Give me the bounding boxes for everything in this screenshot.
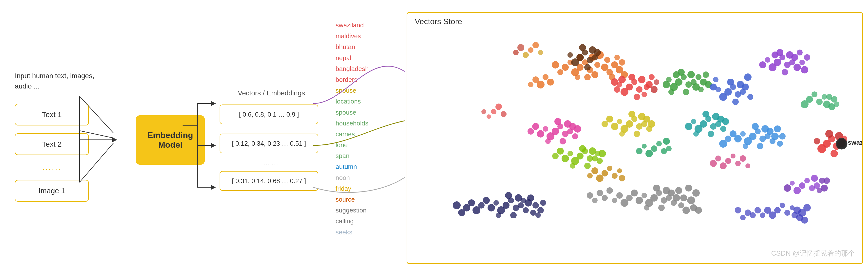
svg-point-237: [836, 138, 847, 149]
svg-point-114: [685, 123, 692, 130]
svg-point-24: [591, 71, 598, 78]
svg-point-216: [523, 52, 529, 58]
svg-point-23: [575, 74, 580, 80]
svg-point-219: [651, 145, 657, 152]
svg-point-276: [493, 200, 499, 206]
word-autumn: autumn: [336, 161, 390, 172]
svg-point-153: [616, 192, 623, 199]
svg-point-269: [570, 163, 576, 169]
svg-point-166: [695, 207, 702, 214]
svg-point-22: [584, 74, 591, 80]
svg-point-132: [648, 120, 655, 128]
svg-point-46: [633, 94, 640, 100]
input-section: Input human text, images, audio ... Text…: [15, 71, 99, 210]
svg-point-318: [816, 99, 823, 105]
svg-point-250: [824, 177, 830, 184]
svg-point-319: [822, 94, 827, 100]
vectors-store-panel: Vectors Store: [407, 12, 863, 264]
svg-point-150: [675, 187, 682, 194]
svg-point-220: [656, 141, 662, 146]
svg-point-207: [771, 133, 779, 140]
svg-point-251: [547, 79, 554, 85]
svg-point-138: [642, 193, 647, 198]
svg-point-210: [777, 141, 783, 147]
svg-point-184: [554, 118, 561, 125]
svg-point-53: [654, 79, 659, 85]
svg-point-82: [742, 83, 749, 91]
svg-point-80: [727, 79, 734, 85]
svg-point-156: [682, 207, 690, 214]
svg-point-197: [740, 131, 746, 137]
svg-point-303: [740, 155, 746, 162]
text2-box: Text 2: [15, 133, 89, 155]
vectors-label: Vectors / Embeddings: [220, 89, 323, 97]
svg-marker-9: [211, 101, 216, 106]
svg-point-234: [825, 130, 833, 138]
svg-point-225: [636, 148, 643, 154]
svg-point-84: [747, 94, 753, 100]
svg-point-317: [801, 100, 809, 108]
svg-point-226: [666, 146, 672, 151]
svg-point-231: [814, 138, 820, 144]
word-noon: noon: [336, 172, 390, 183]
svg-point-70: [703, 71, 709, 78]
word-nepal: nepal: [336, 53, 390, 63]
svg-point-260: [567, 151, 573, 156]
svg-point-116: [722, 118, 729, 125]
svg-point-160: [687, 197, 695, 204]
watermark: CSDN @记忆摇晃着的那个: [771, 249, 855, 258]
svg-point-102: [804, 54, 810, 61]
svg-point-266: [562, 155, 569, 162]
svg-point-200: [752, 123, 759, 130]
svg-point-344: [801, 217, 808, 223]
word-source: source: [336, 194, 390, 205]
svg-point-54: [611, 78, 618, 86]
svg-point-263: [579, 145, 586, 152]
word-swaziland: swaziland: [336, 20, 390, 31]
svg-point-339: [754, 207, 761, 213]
svg-point-229: [817, 144, 826, 153]
svg-point-48: [646, 81, 653, 88]
svg-point-72: [669, 89, 674, 95]
svg-point-165: [587, 192, 593, 199]
svg-point-306: [710, 160, 717, 167]
svg-point-108: [691, 119, 696, 124]
svg-point-171: [567, 52, 573, 58]
svg-point-291: [532, 202, 539, 209]
svg-point-335: [764, 207, 771, 214]
word-lone: lone: [336, 140, 390, 150]
word-suggestion: suggestion: [336, 205, 390, 216]
svg-point-331: [780, 203, 785, 208]
svg-point-247: [784, 184, 791, 192]
input-label: Input human text, images, audio ...: [15, 71, 99, 92]
svg-point-188: [572, 133, 578, 139]
svg-point-20: [594, 62, 600, 68]
word-spouse1: spouse: [336, 85, 390, 96]
svg-point-51: [614, 86, 620, 93]
svg-point-122: [617, 119, 622, 124]
svg-point-155: [612, 198, 617, 203]
svg-marker-11: [211, 143, 216, 148]
svg-point-243: [790, 181, 795, 185]
svg-point-112: [708, 131, 714, 137]
svg-point-190: [545, 139, 551, 144]
svg-point-301: [720, 163, 726, 169]
svg-point-279: [505, 192, 512, 199]
svg-point-89: [769, 63, 776, 71]
svg-point-34: [557, 69, 563, 75]
svg-point-324: [834, 102, 839, 107]
svg-point-111: [703, 111, 709, 117]
vector-box-1: [ 0.6, 0.8, 0.1 … 0.9 ]: [220, 105, 318, 124]
svg-point-26: [604, 57, 610, 63]
svg-point-244: [811, 175, 818, 182]
svg-point-305: [745, 164, 750, 168]
svg-point-161: [597, 190, 603, 196]
svg-point-271: [552, 153, 559, 159]
svg-point-181: [543, 126, 548, 132]
svg-point-99: [759, 61, 766, 68]
svg-point-131: [619, 131, 625, 137]
svg-point-64: [673, 71, 680, 78]
svg-point-284: [483, 197, 490, 204]
word-borders: borders: [336, 74, 390, 85]
vectors-section: Vectors / Embeddings [ 0.6, 0.8, 0.1 … 0…: [220, 89, 323, 191]
